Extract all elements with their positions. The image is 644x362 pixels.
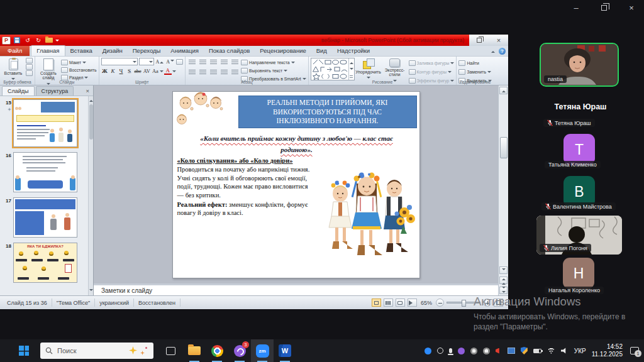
justify-icon[interactable]: [219, 69, 229, 76]
thumb-image-18[interactable]: ЯКА ТИ БДЖИЛКА?: [13, 243, 77, 283]
zoom-app-button[interactable]: zm: [251, 339, 274, 362]
scroll-down-icon[interactable]: [499, 266, 508, 274]
replace-button[interactable]: Заменить: [458, 69, 491, 75]
char-spacing-button[interactable]: AV: [143, 67, 151, 75]
close-icon[interactable]: ×: [625, 3, 638, 13]
line-spacing-icon[interactable]: [230, 58, 240, 66]
cut-icon[interactable]: [26, 58, 33, 63]
paste-button[interactable]: Вставить: [2, 58, 25, 82]
participant-video-tile[interactable]: Лилия Погоня: [536, 216, 622, 255]
tray-security-shield-icon[interactable]: [521, 347, 528, 354]
shadow-button[interactable]: S: [126, 67, 133, 75]
tab-slideshow[interactable]: Показ слайдов: [204, 46, 255, 56]
slide-scrollbar[interactable]: [498, 85, 508, 295]
normal-view-button[interactable]: [372, 299, 381, 307]
slide-title[interactable]: РЕАЛЬНІ МЕТОДИ І ПРИЙОМИ, ЯКІ ВИКОРИСТОВ…: [238, 96, 417, 128]
undo-icon[interactable]: ↺: [23, 36, 32, 45]
taskbar-clock[interactable]: 14:52 11.12.2025: [592, 343, 623, 359]
ppt-close-icon[interactable]: ×: [497, 37, 501, 44]
tab-outline[interactable]: Структура: [36, 86, 74, 96]
panel-scrollbar[interactable]: [88, 96, 93, 295]
tray-mic-icon[interactable]: [449, 348, 452, 353]
align-text-button[interactable]: Выровнять текст: [241, 67, 306, 74]
copy-icon[interactable]: [26, 64, 33, 70]
tray-app-icon[interactable]: [483, 348, 490, 354]
scroll-thumb[interactable]: [500, 137, 508, 158]
previous-slide-icon[interactable]: [499, 277, 508, 284]
panel-close-icon[interactable]: ×: [82, 87, 93, 96]
change-case-button[interactable]: Аа: [152, 67, 159, 75]
participant-tile-name-only[interactable]: Тетяна Юраш: [533, 102, 628, 111]
help-icon[interactable]: ?: [499, 48, 506, 55]
thumb-image-17[interactable]: [13, 197, 77, 238]
strikethrough-button[interactable]: abc: [134, 67, 142, 75]
reset-button[interactable]: Восстановить: [61, 67, 97, 74]
slide-text-block[interactable]: «Коло спілкування» або «Коло довіри» Про…: [177, 157, 316, 217]
minimize-icon[interactable]: –: [570, 3, 582, 13]
tab-design[interactable]: Дизайн: [97, 46, 128, 56]
language-status[interactable]: украинский: [95, 299, 134, 307]
theme-name[interactable]: "Тема Office": [52, 299, 95, 307]
thumb-image-15[interactable]: [13, 99, 77, 147]
numbering-icon[interactable]: [198, 58, 208, 66]
task-view-icon[interactable]: [166, 347, 175, 355]
bullets-icon[interactable]: [187, 58, 197, 66]
tab-review[interactable]: Рецензирование: [255, 46, 311, 56]
font-size-select[interactable]: [139, 58, 154, 65]
zoom-level[interactable]: 65%: [421, 300, 432, 306]
shapes-scroll[interactable]: [348, 58, 354, 80]
tab-file[interactable]: Файл: [0, 46, 30, 56]
zoom-in-icon[interactable]: [483, 299, 491, 307]
restore-icon[interactable]: [597, 3, 610, 13]
notification-center-icon[interactable]: 1: [630, 347, 639, 354]
underline-button[interactable]: Ч: [118, 67, 125, 75]
reading-view-button[interactable]: [396, 299, 405, 307]
scroll-up-icon[interactable]: [499, 87, 508, 94]
slideshow-button[interactable]: [408, 299, 417, 307]
thumb-image-16[interactable]: [13, 152, 77, 192]
zoom-slider[interactable]: [447, 302, 480, 304]
align-left-icon[interactable]: [187, 69, 197, 76]
arrange-button[interactable]: Упорядочить: [356, 58, 381, 80]
bold-button[interactable]: Ж: [101, 67, 109, 75]
open-icon[interactable]: [45, 36, 53, 45]
self-video-tile[interactable]: nastia: [540, 43, 619, 87]
tray-viber-icon[interactable]: [458, 348, 465, 354]
slide-thumb-18[interactable]: 18 ЯКА ТИ БДЖИЛКА?: [2, 243, 92, 283]
format-painter-icon[interactable]: [26, 70, 33, 76]
viber-button[interactable]: 3: [228, 339, 251, 362]
tab-view[interactable]: Вид: [311, 46, 332, 56]
file-explorer-button[interactable]: [183, 339, 206, 362]
volume-icon[interactable]: [561, 348, 569, 354]
recovered-status[interactable]: Восстановлен: [134, 299, 180, 307]
tab-insert[interactable]: Вставка: [65, 46, 97, 56]
font-name-select[interactable]: [101, 58, 138, 65]
slide-sorter-button[interactable]: [384, 299, 393, 307]
word-button[interactable]: W: [274, 339, 296, 362]
align-right-icon[interactable]: [209, 69, 218, 76]
taskbar-search[interactable]: Поиск: [40, 343, 153, 359]
redo-icon[interactable]: ↻: [34, 36, 43, 45]
shape-outline-button[interactable]: Контур фигуры: [409, 69, 455, 75]
zoom-out-icon[interactable]: [436, 299, 444, 307]
align-center-icon[interactable]: [198, 69, 208, 76]
wifi-icon[interactable]: [547, 348, 555, 354]
language-indicator[interactable]: УКР: [574, 348, 586, 354]
slide-thumb-16[interactable]: 16: [2, 152, 92, 192]
notes-pane[interactable]: Заметки к слайду: [94, 283, 498, 295]
tray-alert-icon[interactable]: [496, 348, 502, 354]
find-button[interactable]: Найти: [458, 60, 491, 67]
battery-icon[interactable]: [533, 349, 541, 353]
participant-avatar-tile[interactable]: Н: [563, 258, 594, 289]
slide-15[interactable]: РЕАЛЬНІ МЕТОДИ І ПРИЙОМИ, ЯКІ ВИКОРИСТОВ…: [172, 91, 420, 278]
slide-thumb-15[interactable]: 15: [2, 99, 92, 147]
text-direction-button[interactable]: Направление текста: [241, 59, 306, 66]
font-color-button[interactable]: А: [164, 67, 172, 75]
tray-display-icon[interactable]: [508, 348, 515, 354]
tray-zoom-icon[interactable]: [425, 348, 431, 354]
zoom-slider-knob[interactable]: [462, 300, 466, 307]
save-icon[interactable]: [13, 36, 21, 45]
next-slide-icon[interactable]: [499, 287, 508, 294]
italic-button[interactable]: К: [109, 67, 117, 75]
tab-addins[interactable]: Надстройки: [332, 46, 375, 56]
